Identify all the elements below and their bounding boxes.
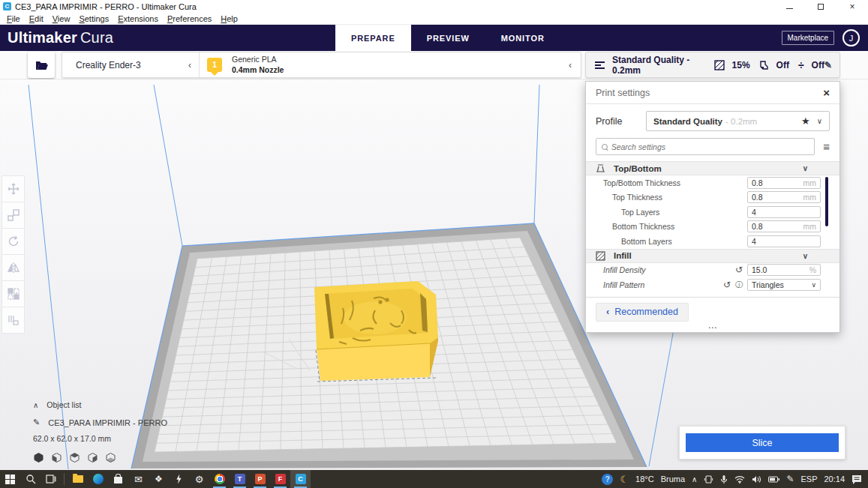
setting-input[interactable]: 0.8mm — [747, 191, 821, 203]
dropbox-button[interactable]: ❖ — [149, 470, 169, 488]
edge-button[interactable] — [88, 470, 108, 488]
object-list-item[interactable]: ✎ CE3_PARA IMPRIMIR - PERRO — [33, 418, 167, 427]
f-app-button[interactable]: F — [270, 470, 290, 488]
infill-summary: 15% — [732, 60, 750, 70]
battery-icon[interactable] — [768, 476, 779, 483]
settings-search-box[interactable] — [596, 138, 815, 155]
camera-view-buttons — [33, 452, 167, 463]
setting-label: Top/Bottom Thickness — [586, 178, 747, 187]
menu-item-edit[interactable]: Edit — [25, 14, 48, 23]
open-file-button[interactable] — [28, 52, 55, 78]
powerpoint-button[interactable]: P — [250, 470, 270, 488]
close-panel-icon[interactable]: × — [823, 86, 830, 99]
info-icon[interactable]: ⓘ — [735, 280, 743, 290]
slice-button[interactable]: Slice — [686, 433, 839, 452]
profile-detail: - 0.2mm — [725, 117, 757, 126]
material-selector[interactable]: 1 Generic PLA 0.4mm Nozzle ‹ — [200, 52, 581, 77]
account-avatar[interactable]: J — [842, 29, 860, 46]
menu-item-file[interactable]: File — [2, 14, 25, 23]
close-button[interactable]: × — [836, 0, 868, 13]
menu-item-help[interactable]: Help — [216, 14, 242, 23]
action-center-icon[interactable] — [851, 475, 862, 484]
print-setup-summary[interactable]: Standard Quality - 0.2mm 15% Off ÷ Off ✎ — [585, 52, 840, 78]
tray-temperature[interactable]: 18°C — [635, 475, 654, 484]
marketplace-button[interactable]: Marketplace — [782, 31, 834, 45]
titlebar: C CE3_PARA IMPRIMIR - PERRO - Ultimaker … — [0, 0, 868, 13]
menu-item-preferences[interactable]: Preferences — [163, 14, 216, 23]
maximize-button[interactable] — [805, 0, 836, 13]
view-top-button[interactable] — [69, 452, 80, 463]
object-list-toggle[interactable]: ∧ Object list — [33, 400, 167, 409]
tab-monitor[interactable]: MONITOR — [485, 25, 560, 51]
recommended-button[interactable]: ‹ Recommended — [596, 303, 689, 322]
teams-icon: T — [235, 474, 245, 484]
setting-row-top-bottom-thickness: Top/Bottom Thickness 0.8mm — [586, 175, 839, 190]
support-blocker-button[interactable] — [2, 307, 25, 334]
reset-icon[interactable]: ↺ — [735, 265, 743, 275]
microphone-icon[interactable] — [720, 475, 728, 484]
clock[interactable]: 20:14 — [824, 475, 845, 484]
collapse-left-icon: ‹ — [569, 60, 572, 70]
settings-search-input[interactable] — [611, 142, 809, 151]
volume-icon[interactable] — [752, 475, 761, 484]
printer-name: Creality Ender-3 — [76, 60, 141, 70]
tray-expand-icon[interactable]: ∧ — [692, 475, 697, 484]
utility-button[interactable] — [169, 470, 189, 488]
task-view-button[interactable] — [41, 470, 61, 488]
tray-weather-condition[interactable]: Bruma — [661, 475, 685, 484]
start-button[interactable] — [0, 470, 20, 488]
teams-button[interactable]: T — [230, 470, 250, 488]
tab-prepare[interactable]: PREPARE — [335, 25, 411, 51]
taskbar-search-button[interactable] — [20, 470, 41, 488]
setting-dropdown[interactable]: Triangles∨ — [747, 279, 821, 291]
setting-row-infill-pattern: Infill Pattern ↺ ⓘ Triangles∨ — [586, 277, 839, 292]
setting-input[interactable]: 4 — [747, 235, 821, 247]
your-phone-icon[interactable] — [704, 475, 713, 484]
weather-moon-icon[interactable]: ☾ — [620, 474, 629, 485]
setting-input[interactable]: 15.0% — [747, 264, 821, 276]
settings-button[interactable]: ⚙ — [189, 470, 209, 488]
chevron-left-icon: ‹ — [606, 307, 609, 317]
chrome-button[interactable] — [209, 470, 230, 488]
layers-icon — [595, 61, 605, 70]
setting-label: Infill Pattern — [586, 280, 723, 289]
menu-item-settings[interactable]: Settings — [74, 14, 113, 23]
menu-item-view[interactable]: View — [48, 14, 75, 23]
view-left-button[interactable] — [87, 452, 98, 463]
panel-resize-handle[interactable]: ⋯ — [586, 324, 839, 332]
model[interactable] — [314, 281, 438, 381]
scale-tool-button[interactable] — [2, 202, 25, 229]
printer-selector[interactable]: Creality Ender-3 ‹ — [62, 52, 200, 77]
section-infill[interactable]: Infill ∨ — [586, 249, 839, 263]
menu-item-extensions[interactable]: Extensions — [113, 14, 163, 23]
mirror-tool-button[interactable] — [2, 254, 25, 281]
mail-button[interactable]: ✉ — [128, 470, 149, 488]
microsoft-store-button[interactable] — [108, 470, 128, 488]
view-right-button[interactable] — [105, 452, 116, 463]
view-front-button[interactable] — [51, 452, 62, 463]
file-explorer-button[interactable] — [68, 470, 88, 488]
setting-input[interactable]: 4 — [747, 206, 821, 218]
profile-dropdown[interactable]: Standard Quality - 0.2mm ★ ∨ — [646, 111, 830, 131]
rotate-tool-button[interactable] — [2, 228, 25, 255]
edit-setup-pencil-icon[interactable]: ✎ — [824, 60, 832, 70]
section-top-bottom[interactable]: Top/Bottom ∨ — [586, 161, 839, 175]
reset-icon[interactable]: ↺ — [723, 280, 731, 290]
tab-preview[interactable]: PREVIEW — [411, 25, 485, 51]
setting-input[interactable]: 0.8mm — [747, 220, 821, 232]
cura-taskbar-button[interactable]: C — [290, 470, 311, 488]
wifi-icon[interactable] — [734, 475, 745, 484]
help-tray-icon[interactable]: ? — [602, 474, 613, 485]
setting-label: Bottom Layers — [586, 237, 747, 246]
setting-label: Top Layers — [586, 208, 747, 217]
per-model-settings-button[interactable] — [2, 280, 25, 307]
view-3d-button[interactable] — [33, 452, 44, 463]
language-indicator[interactable]: ESP — [800, 475, 817, 484]
move-tool-button[interactable] — [2, 175, 25, 202]
minimize-button[interactable] — [773, 0, 805, 13]
tool-column — [2, 176, 25, 334]
setting-input[interactable]: 0.8mm — [747, 177, 821, 189]
settings-menu-icon[interactable]: ≡ — [823, 140, 830, 153]
windows-ink-icon[interactable]: ✎ — [786, 474, 794, 484]
settings-scrollbar[interactable] — [825, 177, 828, 226]
